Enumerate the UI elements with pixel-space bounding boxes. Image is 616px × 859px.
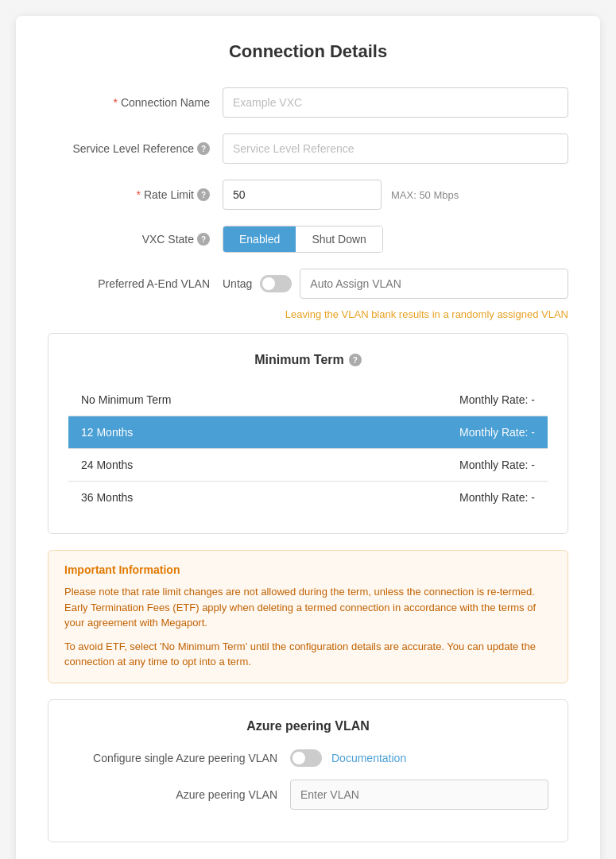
term-rate-3: Monthly Rate: - — [324, 482, 548, 514]
untag-label: Untag — [223, 277, 252, 290]
required-star-rate: * — [137, 188, 141, 201]
important-info-box: Important Information Please note that r… — [48, 550, 568, 683]
info-title: Important Information — [64, 563, 552, 576]
term-name-2: 24 Months — [68, 449, 324, 482]
page-container: Connection Details * Connection Name Ser… — [16, 16, 600, 859]
connection-name-input[interactable] — [223, 87, 568, 118]
vlan-input[interactable] — [300, 269, 568, 299]
table-row[interactable]: 24 Months Monthly Rate: - — [68, 449, 548, 482]
minimum-term-help-icon[interactable]: ? — [349, 354, 362, 366]
connection-name-label: * Connection Name — [48, 96, 223, 109]
vxc-state-toggle: Enabled Shut Down — [223, 226, 383, 253]
azure-configure-label: Configure single Azure peering VLAN — [68, 752, 290, 764]
vlan-controls: Untag — [223, 269, 568, 299]
page-title: Connection Details — [48, 41, 568, 62]
service-level-help-icon[interactable]: ? — [197, 142, 210, 155]
term-table: No Minimum Term Monthly Rate: - 12 Month… — [68, 383, 548, 514]
vxc-enabled-button[interactable]: Enabled — [223, 226, 296, 252]
table-row[interactable]: No Minimum Term Monthly Rate: - — [68, 384, 548, 416]
azure-toggle[interactable] — [290, 749, 322, 767]
preferred-vlan-group: Preferred A-End VLAN Untag — [48, 269, 568, 299]
required-star: * — [113, 96, 117, 109]
term-rate-1: Monthly Rate: - — [324, 416, 548, 449]
documentation-link[interactable]: Documentation — [331, 752, 406, 764]
azure-vlan-input-group: Azure peering VLAN — [68, 780, 548, 810]
rate-limit-controls: 50 MAX: 50 Mbps — [223, 180, 568, 210]
term-name-1: 12 Months — [68, 416, 324, 449]
azure-vlan-section: Azure peering VLAN Configure single Azur… — [48, 699, 568, 842]
table-row[interactable]: 36 Months Monthly Rate: - — [68, 482, 548, 514]
rate-limit-help-icon[interactable]: ? — [197, 188, 210, 201]
azure-configure-group: Configure single Azure peering VLAN Docu… — [68, 749, 548, 767]
info-paragraph-2: To avoid ETF, select 'No Minimum Term' u… — [64, 639, 552, 670]
minimum-term-section: Minimum Term ? No Minimum Term Monthly R… — [48, 333, 568, 534]
rate-limit-group: * Rate Limit ? 50 MAX: 50 Mbps — [48, 180, 568, 210]
term-name-0: No Minimum Term — [68, 384, 324, 416]
azure-vlan-input[interactable] — [290, 780, 548, 810]
rate-limit-input[interactable]: 50 — [223, 180, 382, 210]
azure-slider — [290, 749, 322, 767]
vlan-hint: Leaving the VLAN blank results in a rand… — [48, 308, 568, 320]
untag-slider — [260, 275, 292, 292]
rate-limit-label: * Rate Limit ? — [48, 188, 223, 201]
vxc-state-help-icon[interactable]: ? — [197, 233, 210, 246]
service-level-group: Service Level Reference ? — [48, 133, 568, 164]
term-rate-2: Monthly Rate: - — [324, 449, 548, 482]
service-level-label: Service Level Reference ? — [48, 142, 223, 155]
table-row-selected[interactable]: 12 Months Monthly Rate: - — [68, 416, 548, 449]
connection-name-group: * Connection Name — [48, 87, 568, 118]
azure-vlan-label: Azure peering VLAN — [68, 788, 290, 801]
preferred-vlan-label: Preferred A-End VLAN — [48, 277, 223, 290]
vxc-state-group: VXC State ? Enabled Shut Down — [48, 226, 568, 253]
minimum-term-title: Minimum Term ? — [68, 353, 548, 367]
vxc-state-label: VXC State ? — [48, 233, 223, 246]
info-paragraph-1: Please note that rate limit changes are … — [64, 584, 552, 631]
term-name-3: 36 Months — [68, 482, 324, 514]
service-level-input[interactable] — [223, 133, 568, 164]
rate-limit-max: MAX: 50 Mbps — [391, 189, 459, 201]
azure-vlan-title: Azure peering VLAN — [68, 719, 548, 733]
untag-toggle[interactable] — [260, 275, 292, 292]
azure-controls: Documentation — [290, 749, 406, 767]
vxc-shutdown-button[interactable]: Shut Down — [296, 226, 382, 252]
term-rate-0: Monthly Rate: - — [324, 384, 548, 416]
